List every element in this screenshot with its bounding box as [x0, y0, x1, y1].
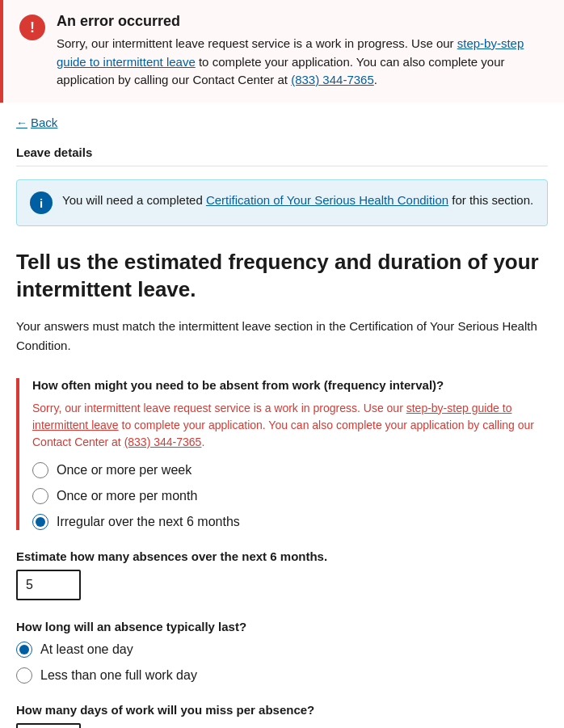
- info-icon: i: [30, 191, 53, 214]
- duration-radio-at-least-one-day[interactable]: [16, 642, 32, 658]
- frequency-option-once-month-label: Once or more per month: [57, 489, 197, 503]
- info-text-prefix: You will need a completed: [62, 193, 206, 207]
- info-box: i You will need a completed Certificatio…: [16, 179, 548, 226]
- error-title: An error occurred: [57, 13, 548, 30]
- error-message-prefix: Sorry, our intermittent leave request se…: [57, 36, 457, 50]
- duration-option-at-least-one-day-label: At least one day: [40, 642, 133, 657]
- error-banner: ! An error occurred Sorry, our intermitt…: [0, 0, 564, 103]
- info-text: You will need a completed Certification …: [62, 191, 533, 210]
- frequency-radio-once-month[interactable]: [32, 488, 48, 504]
- certification-link[interactable]: Certification of Your Serious Health Con…: [206, 193, 448, 207]
- frequency-error-message: Sorry, our intermittent leave request se…: [32, 400, 548, 451]
- duration-option-less-than-one-day[interactable]: Less than one full work day: [16, 667, 548, 684]
- back-link[interactable]: ← Back: [16, 116, 57, 129]
- error-content: An error occurred Sorry, our intermitten…: [57, 13, 548, 90]
- duration-question-label: How long will an absence typically last?: [16, 620, 548, 633]
- page-section-title: Leave details: [16, 145, 548, 166]
- estimate-input[interactable]: [16, 570, 81, 600]
- frequency-option-once-month[interactable]: Once or more per month: [32, 488, 548, 504]
- error-phone-link[interactable]: (833) 344-7365: [291, 73, 374, 86]
- frequency-question-section: How often might you need to be absent fr…: [16, 378, 548, 530]
- duration-radio-less-than-one-day[interactable]: [16, 667, 32, 684]
- frequency-option-irregular-label: Irregular over the next 6 months: [57, 515, 240, 529]
- duration-radio-group: At least one day Less than one full work…: [16, 642, 548, 684]
- duration-option-at-least-one-day[interactable]: At least one day: [16, 642, 548, 658]
- days-section: How many days of work will you miss per …: [16, 703, 548, 728]
- frequency-option-once-week-label: Once or more per week: [57, 463, 192, 478]
- frequency-radio-group: Once or more per week Once or more per m…: [32, 462, 548, 530]
- frequency-radio-irregular[interactable]: [32, 514, 48, 530]
- days-miss-label: How many days of work will you miss per …: [16, 703, 548, 717]
- frequency-option-once-week[interactable]: Once or more per week: [32, 462, 548, 478]
- error-message: Sorry, our intermittent leave request se…: [57, 35, 548, 90]
- estimate-label: Estimate how many absences over the next…: [16, 549, 548, 563]
- frequency-radio-once-week[interactable]: [32, 462, 48, 478]
- page-title: Tell us the estimated frequency and dura…: [16, 249, 548, 304]
- frequency-error-phone[interactable]: (833) 344-7365: [124, 436, 202, 448]
- back-link-label: Back: [31, 116, 57, 129]
- estimate-section: Estimate how many absences over the next…: [16, 549, 548, 600]
- description-text: Your answers must match the intermittent…: [16, 317, 548, 356]
- error-icon: !: [19, 15, 45, 40]
- main-content: ← Back Leave details i You will need a c…: [0, 103, 564, 729]
- days-miss-input[interactable]: [16, 723, 81, 728]
- back-arrow-icon: ←: [16, 116, 27, 129]
- info-text-suffix: for this section.: [448, 193, 533, 207]
- frequency-question-label: How often might you need to be absent fr…: [32, 378, 548, 392]
- duration-section: How long will an absence typically last?…: [16, 620, 548, 684]
- frequency-option-irregular[interactable]: Irregular over the next 6 months: [32, 514, 548, 530]
- duration-option-less-than-one-day-label: Less than one full work day: [40, 668, 197, 683]
